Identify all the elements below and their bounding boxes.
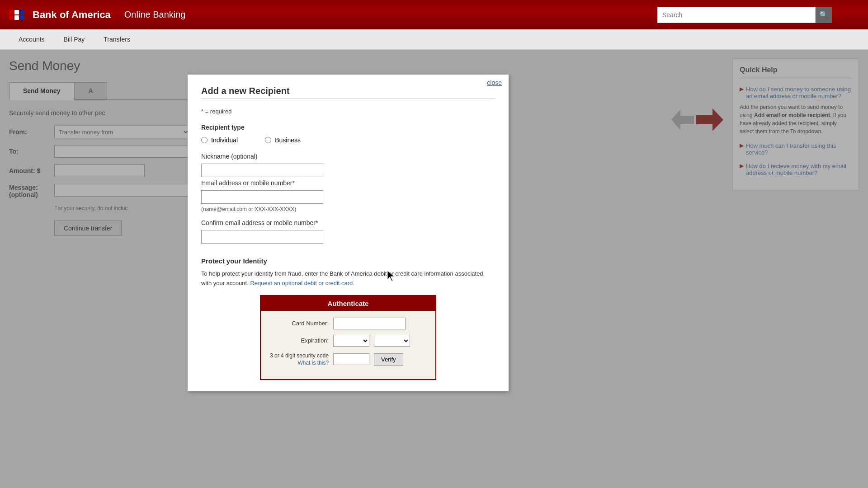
nickname-input[interactable]	[201, 164, 323, 177]
bank-logo: Bank of America	[9, 9, 111, 21]
confirm-email-label: Confirm email address or mobile number*	[201, 219, 495, 226]
confirm-required-star: *	[316, 219, 318, 226]
email-field-label: Email address or mobile number*	[201, 179, 495, 187]
nav-accounts[interactable]: Accounts	[9, 29, 54, 50]
modal-title: Add a new Recipient	[201, 86, 495, 96]
card-number-label: Card Number:	[270, 320, 329, 327]
card-number-row: Card Number:	[270, 318, 426, 329]
expiration-label: Expiration:	[270, 337, 329, 344]
what-is-this-link[interactable]: What is this?	[297, 360, 329, 366]
individual-label: Individual	[211, 136, 238, 144]
recipient-type-label: Recipient type	[201, 124, 495, 131]
modal-close-button[interactable]: close	[487, 79, 502, 86]
add-recipient-modal: close Add a new Recipient * = required R…	[188, 75, 509, 391]
confirm-email-input[interactable]	[201, 230, 323, 244]
recipient-type-group: Individual Business	[201, 136, 495, 144]
request-card-link[interactable]: Request an optional debit or credit card…	[250, 280, 354, 286]
nav-transfers[interactable]: Transfers	[94, 29, 140, 50]
authenticate-title: Authenticate	[261, 296, 435, 311]
protect-identity-text: To help protect your identity from fraud…	[201, 269, 495, 288]
email-hint: (name@email.com or XXX-XXX-XXXX)	[201, 206, 495, 212]
card-number-input[interactable]	[333, 318, 406, 329]
expiration-month-select[interactable]: 01 02 03 04 05 06 07 08 09 10 11 12	[333, 335, 369, 347]
header: Bank of America Online Banking 🔍	[0, 0, 868, 29]
search-button[interactable]: 🔍	[816, 7, 832, 23]
nickname-field-label: Nickname (optional)	[201, 153, 495, 160]
protect-identity-title: Protect your Identity	[201, 257, 495, 265]
expiration-year-select[interactable]: 2024 2025 2026 2027 2028	[374, 335, 410, 347]
business-radio-label[interactable]: Business	[265, 136, 301, 144]
expiration-row: Expiration: 01 02 03 04 05 06 07 08 09 1…	[270, 335, 426, 347]
search-input[interactable]	[657, 7, 816, 23]
verify-button[interactable]: Verify	[374, 353, 403, 366]
main-content: Send Money Send Money A Securely send mo…	[0, 50, 868, 488]
business-radio[interactable]	[265, 137, 271, 143]
logo-text: Bank of America	[33, 9, 111, 21]
email-required-star: *	[292, 179, 295, 187]
modal-divider	[201, 99, 495, 99]
individual-radio-label[interactable]: Individual	[201, 136, 238, 144]
security-code-label: 3 or 4 digit security code What is this?	[270, 352, 329, 367]
security-code-row: 3 or 4 digit security code What is this?…	[270, 352, 426, 367]
individual-radio[interactable]	[201, 137, 208, 143]
header-title: Online Banking	[124, 9, 186, 20]
search-bar[interactable]: 🔍	[657, 7, 832, 23]
required-note: * = required	[201, 108, 495, 115]
nav-bill-pay[interactable]: Bill Pay	[54, 29, 94, 50]
email-input[interactable]	[201, 190, 323, 204]
business-label: Business	[275, 136, 301, 144]
security-code-input[interactable]	[333, 353, 369, 365]
authenticate-box: Authenticate Card Number: Expiration: 01…	[260, 295, 436, 380]
nav-bar: Accounts Bill Pay Transfers	[0, 29, 868, 50]
